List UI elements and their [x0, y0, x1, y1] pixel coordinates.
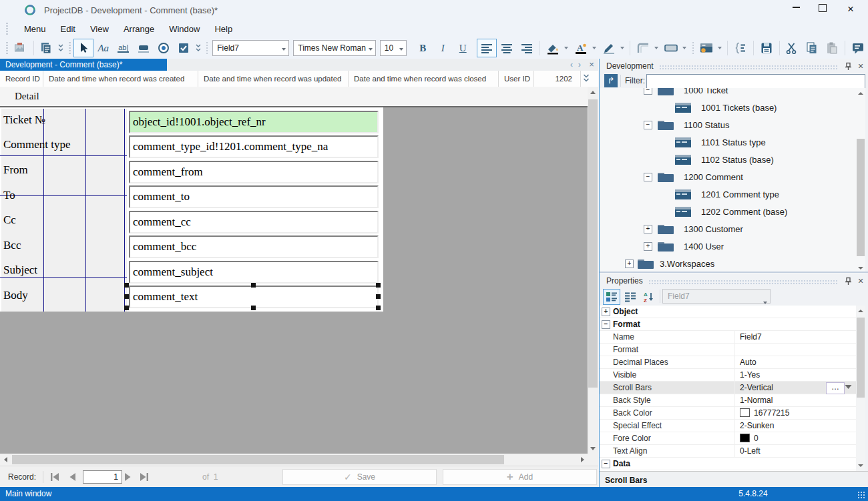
tab-close-icon[interactable]: × — [588, 59, 596, 71]
form-label[interactable]: Subject — [3, 262, 37, 278]
scroll-down-arrow[interactable] — [856, 462, 865, 470]
property-row-name[interactable]: NameField7 — [600, 331, 856, 344]
menu-item-edit[interactable]: Edit — [53, 21, 83, 37]
scroll-right-arrow[interactable] — [577, 454, 588, 466]
column-header[interactable]: Record ID — [0, 71, 43, 87]
property-row-format[interactable]: Format — [600, 344, 856, 356]
tree-item-1202-comment-base-[interactable]: 1202 Comment (base) — [600, 203, 856, 220]
scrollbar-thumb[interactable] — [857, 318, 865, 398]
menu-item-menu[interactable]: Menu — [17, 21, 53, 37]
expand-icon[interactable]: + — [644, 225, 652, 233]
filter-input[interactable] — [646, 74, 865, 89]
chevron-down-icon[interactable] — [682, 47, 686, 49]
chevron-down-icon[interactable] — [654, 47, 658, 49]
scroll-down-arrow[interactable] — [588, 443, 598, 454]
property-value[interactable]: 2-Vertical — [740, 382, 773, 394]
shape-rectangle-button[interactable] — [661, 39, 681, 57]
selection-handle[interactable] — [124, 294, 129, 299]
pin-icon[interactable] — [843, 276, 853, 286]
checkbox-tool-button[interactable] — [174, 39, 194, 57]
properties-scrollbar[interactable] — [856, 306, 865, 471]
tree-item-1201-comment-type[interactable]: 1201 Comment type — [600, 185, 856, 203]
tree-item-1000-ticket[interactable]: −1000 Ticket — [600, 88, 856, 99]
next-record-button[interactable] — [122, 472, 135, 482]
form-field[interactable]: comment_bcc — [129, 235, 379, 258]
add-record-button[interactable]: + Add — [443, 469, 597, 485]
cut-button[interactable] — [782, 39, 802, 57]
layout-list-button[interactable] — [36, 39, 56, 57]
alphabetical-view-button[interactable] — [622, 289, 639, 305]
chevron-down-icon[interactable] — [845, 384, 852, 390]
tree-scrollbar[interactable] — [856, 88, 865, 274]
last-record-button[interactable] — [138, 472, 151, 482]
chevron-down-icon[interactable] — [620, 47, 624, 49]
tab-scroll-left-icon[interactable]: ‹ — [568, 59, 576, 71]
form-field[interactable]: comment_text — [129, 286, 379, 308]
property-row-decimal-places[interactable]: Decimal PlacesAuto — [600, 356, 856, 369]
collapse-icon[interactable]: − — [644, 121, 652, 129]
property-group-object[interactable]: +Object — [600, 306, 856, 318]
save-record-button[interactable]: ✓ Save — [282, 469, 437, 485]
paste-button[interactable] — [822, 39, 842, 57]
tree-item-1001-tickets-base-[interactable]: 1001 Tickets (base) — [600, 99, 856, 116]
collapse-icon[interactable]: − — [602, 320, 610, 329]
property-row-fore-color[interactable]: Fore Color0 — [600, 432, 856, 445]
minimize-button[interactable] — [783, 0, 809, 19]
form-designer-canvas[interactable]: Detail Ticket №Comment typeFromToCcBccSu… — [0, 87, 588, 454]
tree-item-1100-status[interactable]: −1100 Status — [600, 116, 856, 133]
tree-item-1400-user[interactable]: +1400 User — [600, 237, 856, 255]
record-number-input[interactable]: 1 — [83, 470, 122, 484]
selection-handle[interactable] — [124, 306, 129, 310]
scrollbar-thumb[interactable] — [857, 139, 865, 256]
form-label[interactable]: To — [3, 187, 15, 203]
fill-color-button[interactable] — [543, 39, 563, 57]
form-label[interactable]: Body — [3, 288, 28, 304]
form-label[interactable]: From — [3, 162, 28, 178]
property-row-back-style[interactable]: Back Style1-Normal — [600, 394, 856, 407]
column-header[interactable]: User ID — [499, 71, 534, 87]
property-row-back-color[interactable]: Back Color16777215 — [600, 407, 856, 420]
scroll-up-arrow[interactable] — [856, 307, 865, 315]
menu-item-help[interactable]: Help — [207, 21, 240, 37]
selection-handle[interactable] — [376, 283, 381, 288]
selection-handle[interactable] — [251, 283, 256, 288]
property-value[interactable]: 1-Yes — [740, 369, 760, 381]
font-size-combo[interactable]: 10 — [380, 40, 407, 56]
expand-icon[interactable]: + — [602, 308, 610, 316]
form-field[interactable]: comment_to — [129, 185, 379, 208]
column-header[interactable]: Date and time when record was updated — [198, 71, 349, 87]
selection-handle[interactable] — [376, 294, 381, 299]
field-selector-combo[interactable]: Field7 — [212, 40, 289, 56]
property-value[interactable]: Auto — [740, 356, 756, 368]
vertical-scrollbar[interactable] — [588, 87, 598, 454]
tab-scroll-right-icon[interactable]: › — [576, 59, 584, 71]
collapse-icon[interactable]: − — [644, 173, 652, 181]
scrollbar-thumb[interactable] — [588, 99, 598, 388]
textbox-tool-button[interactable]: ab| — [114, 39, 134, 57]
comment-button[interactable] — [848, 39, 868, 57]
label-tool-button[interactable]: Aa — [93, 39, 114, 57]
property-row-visible[interactable]: Visible1-Yes — [600, 369, 856, 382]
selection-handle[interactable] — [251, 306, 256, 310]
ellipsis-button[interactable]: … — [826, 382, 845, 394]
property-value[interactable]: 0 — [740, 432, 758, 444]
column-header[interactable]: Date and time when record was created — [43, 71, 198, 87]
tree-item-1200-comment[interactable]: −1200 Comment — [600, 168, 856, 185]
property-value[interactable]: 16777215 — [740, 407, 789, 419]
property-row-special-effect[interactable]: Special Effect2-Sunken — [600, 420, 856, 432]
panel-close-icon[interactable]: × — [855, 61, 866, 71]
property-group-data[interactable]: −Data — [600, 458, 856, 470]
collapse-icon[interactable]: − — [602, 460, 610, 468]
form-field[interactable]: comment_subject — [129, 261, 379, 284]
overflow-chevron-icon[interactable] — [195, 43, 202, 53]
subform-button[interactable] — [696, 39, 716, 57]
field-list-button[interactable] — [730, 39, 750, 57]
property-row-scroll-bars[interactable]: Scroll Bars2-Vertical… — [600, 382, 856, 394]
categorized-view-button[interactable] — [603, 289, 620, 305]
tree-item-1101-status-type[interactable]: 1101 Status type — [600, 133, 856, 151]
scroll-left-arrow[interactable] — [0, 454, 11, 466]
insert-image-button[interactable] — [11, 39, 31, 57]
open-object-button[interactable]: ↱ — [604, 74, 618, 87]
border-corner-button[interactable] — [633, 39, 653, 57]
menu-item-arrange[interactable]: Arrange — [116, 21, 162, 37]
